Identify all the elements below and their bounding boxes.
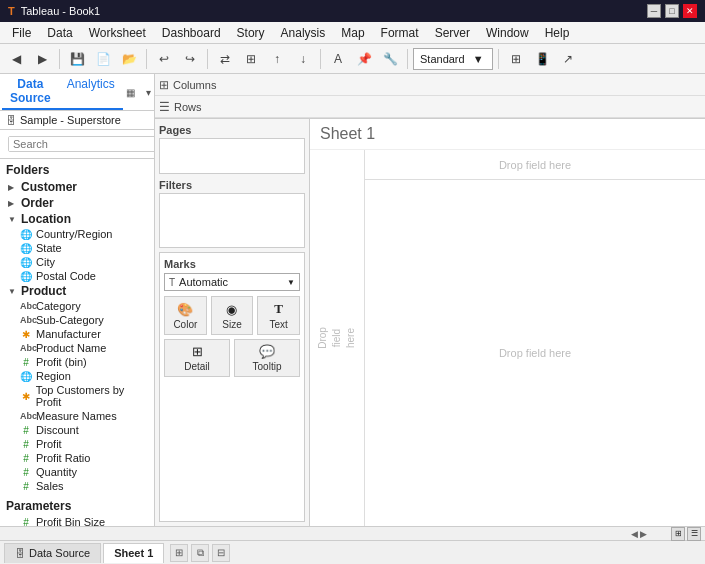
duplicate-sheet-button[interactable]: ⧉ — [191, 544, 209, 562]
device-button[interactable]: 📱 — [530, 47, 554, 71]
field-topcustomers[interactable]: ✱ Top Customers by Profit — [0, 383, 154, 409]
pages-drop-area[interactable] — [159, 138, 305, 174]
panel-icon-more[interactable]: ▾ — [141, 84, 155, 100]
marks-tooltip-button[interactable]: 💬 Tooltip — [234, 339, 300, 377]
folder-location[interactable]: ▼ Location — [0, 211, 154, 227]
detail-label: Detail — [184, 361, 210, 372]
swap-button[interactable]: ⇄ — [213, 47, 237, 71]
search-input[interactable] — [9, 137, 155, 151]
menu-map[interactable]: Map — [333, 24, 372, 42]
new-dashboard-button[interactable]: ⊟ — [212, 544, 230, 562]
horizontal-scrollbar[interactable]: ◀ ▶ ⊞ ☰ — [0, 526, 705, 540]
menu-server[interactable]: Server — [427, 24, 478, 42]
menu-worksheet[interactable]: Worksheet — [81, 24, 154, 42]
marks-section: Marks T Automatic ▼ 🎨 Color — [159, 252, 305, 522]
pin-button[interactable]: 📌 — [352, 47, 376, 71]
marks-color-button[interactable]: 🎨 Color — [164, 296, 207, 335]
bottom-tab-controls: ⊞ ⧉ ⊟ — [170, 544, 230, 562]
field-quantity-label: Quantity — [36, 466, 77, 478]
folder-order[interactable]: ▶ Order — [0, 195, 154, 211]
marks-detail-button[interactable]: ⊞ Detail — [164, 339, 230, 377]
pages-label: Pages — [159, 123, 305, 138]
open-button[interactable]: 📂 — [117, 47, 141, 71]
sheet1-tab-label: Sheet 1 — [114, 547, 153, 559]
folder-customer[interactable]: ▶ Customer — [0, 179, 154, 195]
field-country[interactable]: 🌐 Country/Region — [0, 227, 154, 241]
menu-format[interactable]: Format — [373, 24, 427, 42]
folder-order-label: Order — [21, 196, 54, 210]
filters-drop-area[interactable] — [159, 193, 305, 248]
back-button[interactable]: ◀ — [4, 47, 28, 71]
hash-icon-quantity: # — [20, 467, 32, 478]
tab-analytics[interactable]: Analytics — [59, 74, 123, 110]
marks-size-button[interactable]: ◉ Size — [211, 296, 254, 335]
presentation-mode-dropdown[interactable]: Standard ▼ — [413, 48, 493, 70]
canvas-left-axis[interactable]: Dropfieldhere — [310, 150, 365, 526]
field-state[interactable]: 🌐 State — [0, 241, 154, 255]
panel-icon-grid[interactable]: ▦ — [123, 84, 139, 100]
canvas-main-area[interactable]: Drop field here — [365, 180, 705, 526]
redo-button[interactable]: ↪ — [178, 47, 202, 71]
new-button[interactable]: 📄 — [91, 47, 115, 71]
hash-icon-profit: # — [20, 439, 32, 450]
field-discount[interactable]: # Discount — [0, 423, 154, 437]
canvas-top-drop[interactable]: Drop field here — [365, 150, 705, 180]
save-button[interactable]: 💾 — [65, 47, 89, 71]
rows-shelf[interactable]: ☰ Rows — [155, 96, 705, 118]
grid-icon[interactable]: ⊞ — [671, 527, 685, 541]
field-subcategory-label: Sub-Category — [36, 314, 104, 326]
close-button[interactable]: ✕ — [683, 4, 697, 18]
tab-sheet1[interactable]: Sheet 1 — [103, 543, 164, 563]
field-profitbin[interactable]: # Profit (bin) — [0, 355, 154, 369]
sort-asc-button[interactable]: ↑ — [265, 47, 289, 71]
columns-shelf[interactable]: ⊞ Columns — [155, 74, 705, 96]
marks-text-button[interactable]: T Text — [257, 296, 300, 335]
field-quantity[interactable]: # Quantity — [0, 465, 154, 479]
field-sales[interactable]: # Sales — [0, 479, 154, 493]
fix-button[interactable]: 🔧 — [378, 47, 402, 71]
sort-desc-button[interactable]: ↓ — [291, 47, 315, 71]
list-icon[interactable]: ☰ — [687, 527, 701, 541]
menu-dashboard[interactable]: Dashboard — [154, 24, 229, 42]
field-manufacturer[interactable]: ✱ Manufacturer — [0, 327, 154, 341]
field-postalcode[interactable]: 🌐 Postal Code — [0, 269, 154, 283]
window-title: Tableau - Book1 — [21, 5, 101, 17]
field-measurenames[interactable]: Abc Measure Names — [0, 409, 154, 423]
undo-button[interactable]: ↩ — [152, 47, 176, 71]
menu-help[interactable]: Help — [537, 24, 578, 42]
abc-icon-subcategory: Abc — [20, 315, 32, 325]
field-profit[interactable]: # Profit — [0, 437, 154, 451]
field-country-label: Country/Region — [36, 228, 112, 240]
folder-product[interactable]: ▼ Product — [0, 283, 154, 299]
menu-analysis[interactable]: Analysis — [273, 24, 334, 42]
field-category[interactable]: Abc Category — [0, 299, 154, 313]
menu-data[interactable]: Data — [39, 24, 80, 42]
show-me-button[interactable]: ⊞ — [504, 47, 528, 71]
new-sheet-button[interactable]: ⊞ — [170, 544, 188, 562]
field-region[interactable]: 🌐 Region — [0, 369, 154, 383]
menu-window[interactable]: Window — [478, 24, 537, 42]
scroll-right-icon[interactable]: ▶ — [640, 529, 647, 539]
scroll-left-icon[interactable]: ◀ — [631, 529, 638, 539]
share-button[interactable]: ↗ — [556, 47, 580, 71]
label-button[interactable]: A — [326, 47, 350, 71]
tab-datasource[interactable]: 🗄 Data Source — [4, 543, 101, 563]
special-icon-manufacturer: ✱ — [20, 329, 32, 340]
menu-file[interactable]: File — [4, 24, 39, 42]
maximize-button[interactable]: □ — [665, 4, 679, 18]
forward-button[interactable]: ▶ — [30, 47, 54, 71]
text-label: Text — [269, 319, 287, 330]
fit-button[interactable]: ⊞ — [239, 47, 263, 71]
field-productname[interactable]: Abc Product Name — [0, 341, 154, 355]
field-subcategory[interactable]: Abc Sub-Category — [0, 313, 154, 327]
marks-type-dropdown[interactable]: T Automatic ▼ — [164, 273, 300, 291]
folder-arrow-product: ▼ — [8, 287, 18, 296]
tooltip-icon: 💬 — [259, 344, 275, 359]
minimize-button[interactable]: ─ — [647, 4, 661, 18]
menu-story[interactable]: Story — [229, 24, 273, 42]
field-city[interactable]: 🌐 City — [0, 255, 154, 269]
tab-data[interactable]: Data Source — [2, 74, 59, 110]
field-profitbinsize-label: Profit Bin Size — [36, 516, 105, 526]
field-profitbinsize[interactable]: # Profit Bin Size — [0, 515, 154, 526]
field-profitratio[interactable]: # Profit Ratio — [0, 451, 154, 465]
